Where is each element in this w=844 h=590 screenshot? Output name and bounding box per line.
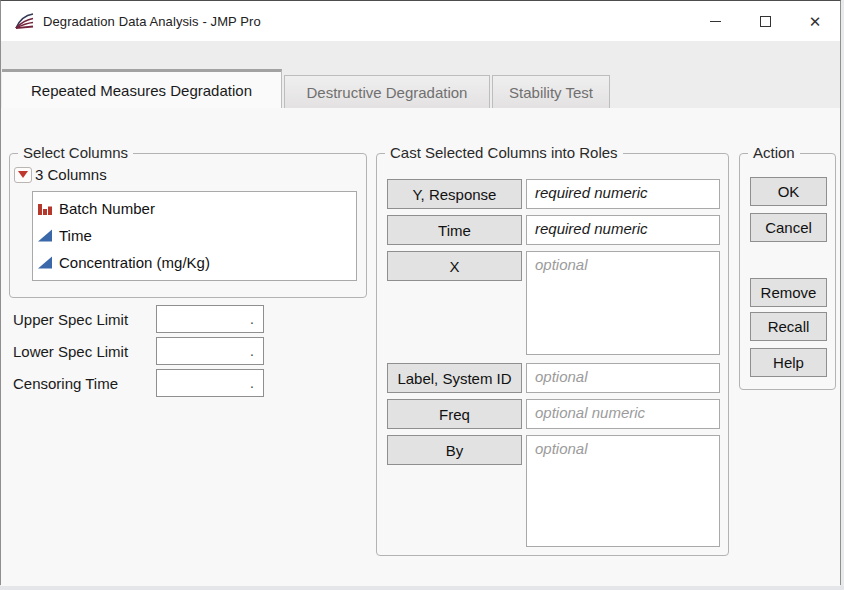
action-group: Action OK Cancel Remove Recall Help bbox=[739, 153, 836, 390]
remove-button[interactable]: Remove bbox=[750, 278, 827, 307]
tab-label: Repeated Measures Degradation bbox=[31, 82, 252, 99]
column-name: Time bbox=[59, 227, 92, 244]
y-response-field[interactable]: required numeric bbox=[526, 179, 720, 209]
lower-spec-limit-label: Lower Spec Limit bbox=[13, 343, 128, 360]
tab-destructive-degradation[interactable]: Destructive Degradation bbox=[284, 75, 490, 108]
background-strip bbox=[0, 586, 844, 590]
y-response-button[interactable]: Y, Response bbox=[387, 179, 522, 209]
tab-strip: Repeated Measures Degradation Destructiv… bbox=[1, 41, 840, 108]
dialog-content: Select Columns 3 Columns Batch Number bbox=[1, 108, 840, 586]
nominal-column-icon bbox=[37, 201, 53, 216]
columns-count-label: 3 Columns bbox=[35, 166, 107, 183]
freq-button[interactable]: Freq bbox=[387, 399, 522, 429]
lower-spec-limit-row: Lower Spec Limit bbox=[13, 337, 128, 365]
label-system-id-button[interactable]: Label, System ID bbox=[387, 363, 522, 393]
continuous-column-icon bbox=[37, 255, 53, 270]
ok-button[interactable]: OK bbox=[750, 177, 827, 206]
tab-label: Destructive Degradation bbox=[307, 84, 468, 101]
column-name: Batch Number bbox=[59, 200, 155, 217]
window-title: Degradation Data Analysis - JMP Pro bbox=[43, 14, 261, 29]
tab-stability-test[interactable]: Stability Test bbox=[492, 75, 610, 108]
time-button[interactable]: Time bbox=[387, 215, 522, 245]
list-item-time[interactable]: Time bbox=[37, 222, 356, 249]
continuous-column-icon bbox=[37, 228, 53, 243]
title-bar[interactable]: Degradation Data Analysis - JMP Pro ✕ bbox=[1, 1, 840, 41]
censoring-time-input[interactable] bbox=[156, 369, 264, 397]
cancel-button[interactable]: Cancel bbox=[750, 213, 827, 242]
columns-listbox[interactable]: Batch Number Time Concentration (mg/Kg) bbox=[32, 191, 357, 281]
label-system-id-field[interactable]: optional bbox=[526, 363, 720, 393]
jmp-logo-icon bbox=[13, 11, 35, 31]
list-item-concentration[interactable]: Concentration (mg/Kg) bbox=[37, 249, 356, 276]
freq-field[interactable]: optional numeric bbox=[526, 399, 720, 429]
column-name: Concentration (mg/Kg) bbox=[59, 254, 210, 271]
censoring-time-label: Censoring Time bbox=[13, 375, 118, 392]
minimize-icon[interactable] bbox=[690, 1, 740, 41]
recall-button[interactable]: Recall bbox=[750, 312, 827, 341]
help-button[interactable]: Help bbox=[750, 348, 827, 377]
upper-spec-limit-label: Upper Spec Limit bbox=[13, 311, 128, 328]
red-triangle-menu-icon[interactable] bbox=[14, 167, 32, 183]
tab-repeated-measures-degradation[interactable]: Repeated Measures Degradation bbox=[2, 69, 282, 108]
time-field[interactable]: required numeric bbox=[526, 215, 720, 245]
select-columns-group: Select Columns 3 Columns Batch Number bbox=[9, 153, 367, 298]
close-icon[interactable]: ✕ bbox=[790, 1, 840, 41]
select-columns-title: Select Columns bbox=[18, 144, 133, 161]
x-field[interactable]: optional bbox=[526, 251, 720, 355]
x-button[interactable]: X bbox=[387, 251, 522, 281]
lower-spec-limit-input[interactable] bbox=[156, 337, 264, 365]
action-title: Action bbox=[748, 144, 800, 161]
by-button[interactable]: By bbox=[387, 435, 522, 465]
dialog-window: Degradation Data Analysis - JMP Pro ✕ Re… bbox=[0, 0, 841, 585]
maximize-icon[interactable] bbox=[740, 1, 790, 41]
cast-roles-group: Cast Selected Columns into Roles Y, Resp… bbox=[376, 153, 729, 556]
upper-spec-limit-row: Upper Spec Limit bbox=[13, 305, 128, 333]
censoring-time-row: Censoring Time bbox=[13, 369, 118, 397]
by-field[interactable]: optional bbox=[526, 435, 720, 547]
upper-spec-limit-input[interactable] bbox=[156, 305, 264, 333]
cast-roles-title: Cast Selected Columns into Roles bbox=[385, 144, 623, 161]
tab-label: Stability Test bbox=[509, 84, 593, 101]
list-item-batch-number[interactable]: Batch Number bbox=[37, 195, 356, 222]
